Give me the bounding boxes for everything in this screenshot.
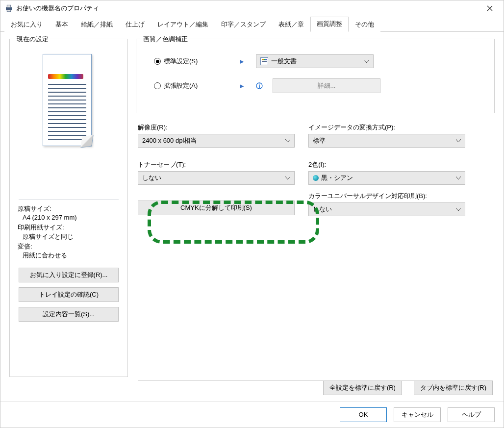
zoom-label: 変倍:: [18, 242, 120, 251]
tab-other[interactable]: その他: [349, 17, 380, 32]
chevron-down-icon: [456, 208, 461, 211]
svg-rect-1: [7, 5, 11, 7]
printer-icon: [4, 4, 13, 13]
doc-size-value: A4 (210 x 297 mm): [18, 213, 120, 222]
color-bar-icon: [48, 74, 83, 79]
tab-stamp[interactable]: 印字／スタンプ: [215, 17, 272, 32]
image-conversion-value: 標準: [313, 136, 326, 145]
two-color-select[interactable]: 黒・シアン: [308, 171, 465, 185]
chevron-down-icon: [364, 60, 369, 63]
zoom-value: 用紙に合わせる: [18, 251, 120, 260]
cmyk-separate-button[interactable]: CMYKに分解して印刷(S): [138, 201, 295, 215]
toner-save-field: トナーセーブ(T): しない: [138, 160, 295, 185]
cmyk-field: CMYKに分解して印刷(S): [138, 201, 295, 216]
chevron-down-icon: [285, 176, 290, 179]
cyan-dot-icon: [313, 175, 319, 181]
main-content: 画質／色調補正 標準設定(S) ▶ 一般文書: [136, 39, 495, 395]
svg-point-6: [259, 84, 260, 85]
cud-field: カラーユニバーサルデザイン対応印刷(B): しない: [308, 192, 465, 216]
two-color-value: 黒・シアン: [321, 174, 353, 182]
triangle-right-icon: ▶: [237, 58, 246, 65]
dialog-body: 現在の設定 原稿サイズ: A4 (210 x 297: [0, 32, 504, 401]
reset-all-button[interactable]: 全設定を標準に戻す(R): [323, 380, 402, 395]
resolution-field: 解像度(R): 2400 x 600 dpi相当: [138, 123, 295, 148]
resolution-label: 解像度(R):: [138, 123, 295, 132]
resolution-select[interactable]: 2400 x 600 dpi相当: [138, 134, 295, 148]
tab-layout[interactable]: レイアウト／編集: [151, 17, 215, 32]
content-bottom-actions: 全設定を標準に戻す(R) タブ内を標準に戻す(R): [136, 378, 495, 395]
titlebar: お使いの機器名のプロパティ: [0, 0, 504, 16]
document-icon: [260, 57, 268, 65]
chevron-down-icon: [456, 139, 461, 142]
toner-save-value: しない: [142, 174, 161, 182]
quality-details-button[interactable]: 詳細...: [273, 78, 380, 93]
tab-strip: お気に入り 基本 給紙／排紙 仕上げ レイアウト／編集 印字／スタンプ 表紙／章…: [0, 16, 504, 32]
dialog-footer: OK キャンセル ヘルプ: [0, 401, 504, 428]
current-settings-legend: 現在の設定: [15, 35, 50, 44]
image-conversion-field: イメージデータの変換方式(P): 標準: [308, 123, 465, 148]
paper-size-value: 原稿サイズと同じ: [18, 232, 120, 241]
svg-rect-2: [7, 10, 11, 12]
quality-correction-group: 画質／色調補正 標準設定(S) ▶ 一般文書: [136, 39, 495, 113]
page-preview: [42, 53, 96, 151]
tab-image-quality[interactable]: 画質調整: [310, 17, 349, 32]
extended-setting-radio[interactable]: 拡張設定(A): [154, 81, 227, 90]
two-color-field: 2色(I): 黒・シアン: [308, 160, 465, 185]
image-conversion-select[interactable]: 標準: [308, 134, 465, 148]
reset-tab-button[interactable]: タブ内を標準に戻す(R): [414, 380, 493, 395]
settings-list-button[interactable]: 設定内容一覧(S)...: [19, 307, 119, 322]
settings-summary: 原稿サイズ: A4 (210 x 297 mm) 印刷用紙サイズ: 原稿サイズと…: [16, 204, 122, 264]
quality-correction-legend: 画質／色調補正: [141, 35, 190, 44]
sidebar-buttons: お気に入り設定に登録(R)... トレイ設定の確認(C) 設定内容一覧(S)..…: [16, 264, 122, 326]
cud-select[interactable]: しない: [308, 202, 465, 216]
chevron-down-icon: [285, 139, 290, 142]
properties-dialog: お使いの機器名のプロパティ お気に入り 基本 給紙／排紙 仕上げ レイアウト／編…: [0, 0, 504, 428]
bottom-separator: [138, 380, 493, 381]
close-icon: [487, 5, 493, 11]
paper-size-label: 印刷用紙サイズ:: [18, 223, 120, 232]
toner-save-select[interactable]: しない: [138, 171, 295, 185]
quality-form-grid: 解像度(R): 2400 x 600 dpi相当 イメージデータの変換方式(P)…: [138, 123, 495, 216]
tab-paper[interactable]: 給紙／排紙: [75, 17, 119, 32]
quality-preset-value: 一般文書: [271, 57, 297, 66]
window-title: お使いの機器名のプロパティ: [16, 4, 480, 13]
tab-favorites[interactable]: お気に入り: [4, 17, 49, 32]
sidebar: 現在の設定 原稿サイズ: A4 (210 x 297: [9, 39, 128, 395]
doc-size-label: 原稿サイズ:: [18, 204, 120, 213]
current-settings-group: 現在の設定 原稿サイズ: A4 (210 x 297: [9, 39, 128, 377]
cud-value: しない: [313, 205, 332, 214]
sidebar-divider: [19, 199, 119, 200]
tray-confirm-button[interactable]: トレイ設定の確認(C): [19, 287, 119, 302]
two-color-label: 2色(I):: [308, 160, 465, 169]
help-button[interactable]: ヘルプ: [448, 407, 495, 422]
resolution-value: 2400 x 600 dpi相当: [142, 136, 197, 145]
cancel-button[interactable]: キャンセル: [394, 407, 441, 422]
page-preview-sheet: [43, 54, 92, 146]
image-conversion-label: イメージデータの変換方式(P):: [308, 123, 465, 132]
quality-preset-select[interactable]: 一般文書: [256, 54, 374, 68]
svg-point-3: [11, 8, 12, 9]
ok-button[interactable]: OK: [340, 407, 387, 422]
extended-setting-label: 拡張設定(A): [164, 81, 198, 90]
tab-cover[interactable]: 表紙／章: [272, 17, 310, 32]
cud-label: カラーユニバーサルデザイン対応印刷(B):: [308, 192, 465, 201]
radio-checked-icon: [154, 58, 161, 65]
toner-save-label: トナーセーブ(T):: [138, 160, 295, 169]
info-icon: [256, 82, 263, 89]
register-favorite-button[interactable]: お気に入り設定に登録(R)...: [19, 268, 119, 282]
triangle-right-icon: ▶: [237, 83, 246, 89]
preview-text-lines: [48, 84, 86, 140]
tab-basic[interactable]: 基本: [49, 17, 75, 32]
close-button[interactable]: [480, 0, 500, 16]
chevron-down-icon: [456, 176, 461, 179]
standard-setting-label: 標準設定(S): [164, 57, 198, 66]
tab-finish[interactable]: 仕上げ: [119, 17, 151, 32]
svg-rect-5: [259, 85, 260, 88]
standard-setting-radio[interactable]: 標準設定(S): [154, 57, 227, 66]
radio-unchecked-icon: [154, 82, 161, 89]
